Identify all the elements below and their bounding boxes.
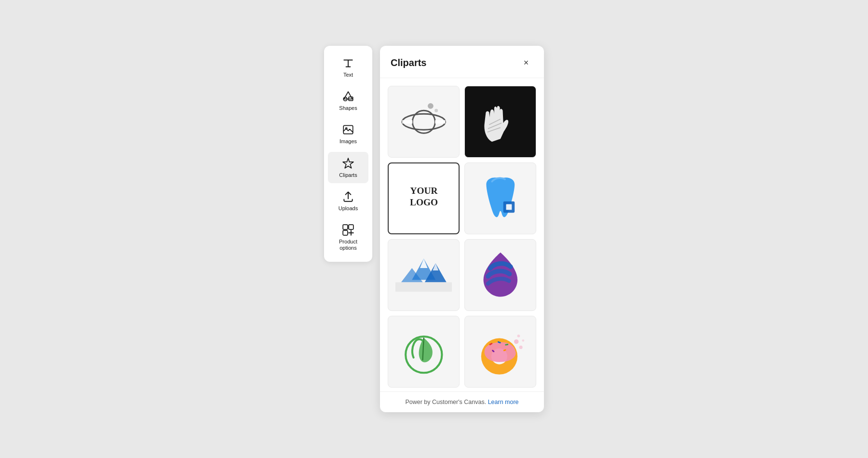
panel-footer-link[interactable]: Learn more: [488, 399, 519, 405]
svg-point-33: [514, 339, 518, 344]
panel-title: Cliparts: [391, 57, 426, 68]
sidebar-item-cliparts-label: Cliparts: [339, 172, 357, 178]
svg-marker-22: [420, 258, 428, 268]
sidebar-item-product-options-label: Product options: [332, 239, 365, 251]
svg-rect-24: [395, 282, 452, 292]
svg-rect-18: [506, 204, 512, 210]
sidebar-item-text-label: Text: [343, 72, 353, 78]
sidebar-item-uploads-label: Uploads: [339, 205, 358, 212]
svg-point-34: [519, 346, 522, 349]
uploads-icon: [341, 190, 355, 203]
app-container: Text Shapes Ima: [324, 46, 544, 412]
clipart-item-abstract-drop[interactable]: [464, 239, 536, 311]
product-options-icon: [341, 223, 355, 237]
svg-rect-8: [343, 230, 348, 235]
text-icon: [341, 56, 355, 70]
svg-point-10: [428, 103, 434, 109]
sidebar-item-cliparts[interactable]: Cliparts: [328, 152, 368, 183]
sidebar-item-text[interactable]: Text: [328, 52, 368, 83]
svg-rect-13: [402, 120, 412, 123]
svg-rect-7: [349, 225, 353, 229]
svg-point-36: [522, 339, 524, 342]
cliparts-panel: Cliparts ×: [380, 46, 544, 412]
panel-close-button[interactable]: ×: [519, 55, 533, 70]
svg-rect-14: [435, 120, 445, 123]
clipart-item-handprint[interactable]: [464, 86, 536, 158]
panel-footer: Power by Customer's Canvas. Learn more: [380, 391, 544, 412]
clipart-item-planet[interactable]: [388, 86, 460, 158]
svg-rect-6: [343, 225, 348, 229]
clipart-item-donut[interactable]: [464, 316, 536, 388]
sidebar-item-shapes-label: Shapes: [339, 105, 357, 111]
cliparts-grid: YOUR LOGO: [388, 86, 536, 391]
svg-text:LOGO: LOGO: [410, 197, 438, 207]
clipart-item-leaf-circle[interactable]: [388, 316, 460, 388]
sidebar-item-product-options[interactable]: Product options: [328, 218, 368, 256]
cliparts-grid-container: YOUR LOGO: [380, 78, 544, 391]
sidebar-item-images-label: Images: [339, 138, 357, 145]
images-icon: [341, 123, 355, 136]
sidebar: Text Shapes Ima: [324, 46, 372, 262]
cliparts-icon: [341, 157, 355, 170]
panel-header: Cliparts ×: [380, 46, 544, 78]
clipart-item-your-logo[interactable]: YOUR LOGO: [388, 162, 460, 234]
svg-point-11: [434, 108, 438, 112]
sidebar-item-images[interactable]: Images: [328, 118, 368, 149]
sidebar-item-shapes[interactable]: Shapes: [328, 85, 368, 116]
sidebar-item-uploads[interactable]: Uploads: [328, 185, 368, 216]
shapes-icon: [341, 90, 355, 103]
panel-footer-text: Power by Customer's Canvas.: [405, 399, 486, 405]
clipart-item-tooth[interactable]: [464, 162, 536, 234]
svg-text:YOUR: YOUR: [410, 186, 438, 196]
svg-marker-0: [344, 92, 352, 99]
clipart-item-mountain[interactable]: [388, 239, 460, 311]
svg-point-35: [517, 335, 520, 337]
